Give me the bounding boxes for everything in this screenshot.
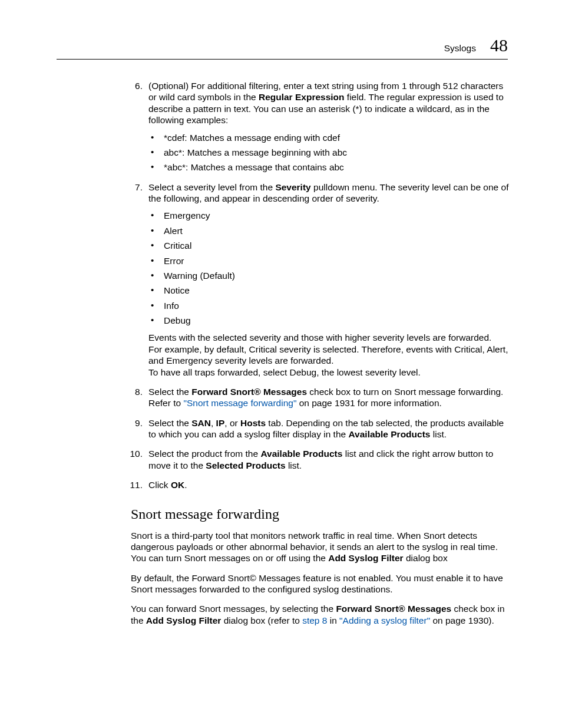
paragraph: You can forward Snort messages, by selec… — [131, 603, 514, 626]
step-trailing: Events with the selected severity and th… — [148, 332, 514, 378]
step-number: 6. — [130, 80, 143, 91]
text: dialog box — [404, 553, 448, 563]
text: Error — [164, 256, 184, 266]
page-content: 6. (Optional) For additional filtering, … — [131, 80, 514, 634]
bold-text: Selected Products — [206, 460, 285, 470]
bullet-item: Info — [148, 300, 514, 311]
bold-text: Severity — [275, 182, 310, 192]
bullet-item: Emergency — [148, 210, 514, 221]
text: *cdef: Matches a message ending with cde… — [164, 133, 340, 143]
step-body: Select the SAN, IP, or Hosts tab. Depend… — [148, 417, 514, 440]
text: on page 1931 for more information. — [296, 398, 441, 408]
bold-text: Regular Expression — [259, 92, 345, 102]
text: abc*: Matches a message beginning with a… — [164, 147, 347, 157]
text: Critical — [164, 241, 191, 251]
text: Info — [164, 301, 179, 311]
text: Notice — [164, 285, 190, 295]
bold-text: Available Products — [348, 429, 430, 439]
step-11: 11. Click OK. — [131, 479, 514, 490]
step-body: Select the Forward Snort® Messages check… — [148, 386, 514, 409]
text: Select a severity level from the — [148, 182, 275, 192]
cross-ref-link[interactable]: "Adding a syslog filter" — [339, 615, 430, 625]
text: Alert — [164, 226, 183, 236]
header-rule — [57, 59, 508, 60]
text: Select the — [148, 418, 191, 428]
text: *abc*: Matches a message that contains a… — [164, 162, 344, 172]
step-10: 10. Select the product from the Availabl… — [131, 448, 514, 471]
header-section: Syslogs — [444, 42, 476, 54]
text: Warning (Default) — [164, 271, 235, 281]
text: . — [184, 480, 187, 490]
cross-ref-link[interactable]: step 8 — [302, 615, 327, 625]
step-number: 10. — [130, 448, 143, 459]
step-number: 8. — [130, 386, 143, 397]
step-7: 7. Select a severity level from the Seve… — [131, 182, 514, 378]
bullet-item: *cdef: Matches a message ending with cde… — [148, 132, 514, 143]
text: To have all traps forwarded, select Debu… — [148, 367, 514, 378]
bold-text: SAN — [191, 418, 211, 428]
step-number: 7. — [130, 182, 143, 193]
step-number: 9. — [130, 417, 143, 429]
step-number: 11. — [130, 479, 143, 490]
text: Debug — [164, 315, 191, 325]
text: You can forward Snort messages, by selec… — [131, 604, 336, 614]
text: For example, by default, Critical severi… — [148, 344, 514, 367]
text: list. — [430, 429, 447, 439]
text: Select the product from the — [148, 449, 260, 459]
text: in — [327, 615, 339, 625]
bullet-item: Notice — [148, 285, 514, 296]
paragraph: Snort is a third-party tool that monitor… — [131, 530, 514, 564]
bullet-item: Warning (Default) — [148, 270, 514, 281]
bold-text: Available Products — [260, 449, 342, 459]
cross-ref-link[interactable]: "Snort message forwarding" — [183, 398, 296, 408]
bold-text: IP — [216, 418, 225, 428]
text: , — [211, 418, 216, 428]
page-header: Syslogs 48 — [444, 34, 508, 57]
bold-text: Add Syslog Filter — [146, 615, 221, 625]
text: Select the — [148, 387, 191, 397]
bullet-item: abc*: Matches a message beginning with a… — [148, 147, 514, 158]
text: Click — [148, 480, 171, 490]
step-6: 6. (Optional) For additional filtering, … — [131, 80, 514, 173]
step-9: 9. Select the SAN, IP, or Hosts tab. Dep… — [131, 417, 514, 440]
bold-text: Forward Snort® Messages — [191, 387, 307, 397]
bullet-item: Debug — [148, 315, 514, 326]
step-body: Select the product from the Available Pr… — [148, 448, 514, 471]
step-body: Click OK. — [148, 479, 514, 490]
text: on page 1930). — [430, 615, 494, 625]
section-heading: Snort message forwarding — [131, 505, 514, 523]
header-page-number: 48 — [490, 34, 508, 57]
text: Emergency — [164, 210, 210, 220]
bold-text: Forward Snort® Messages — [336, 604, 451, 614]
bullet-item: Error — [148, 255, 514, 266]
paragraph: By default, the Forward Snort© Messages … — [131, 572, 514, 595]
bold-text: Add Syslog Filter — [328, 553, 403, 563]
bullet-list: Emergency Alert Critical Error Warning (… — [148, 210, 514, 326]
text: list. — [286, 460, 302, 470]
bullet-list: *cdef: Matches a message ending with cde… — [148, 132, 514, 173]
bullet-item: Alert — [148, 225, 514, 236]
text: dialog box (refer to — [221, 615, 302, 625]
text: Events with the selected severity and th… — [148, 332, 514, 343]
step-8: 8. Select the Forward Snort® Messages ch… — [131, 386, 514, 409]
text: , or — [224, 418, 240, 428]
step-body: (Optional) For additional filtering, ent… — [148, 80, 514, 126]
bold-text: OK — [171, 480, 184, 490]
step-body: Select a severity level from the Severit… — [148, 182, 514, 205]
bold-text: Hosts — [240, 418, 266, 428]
bullet-item: *abc*: Matches a message that contains a… — [148, 162, 514, 173]
bullet-item: Critical — [148, 240, 514, 251]
